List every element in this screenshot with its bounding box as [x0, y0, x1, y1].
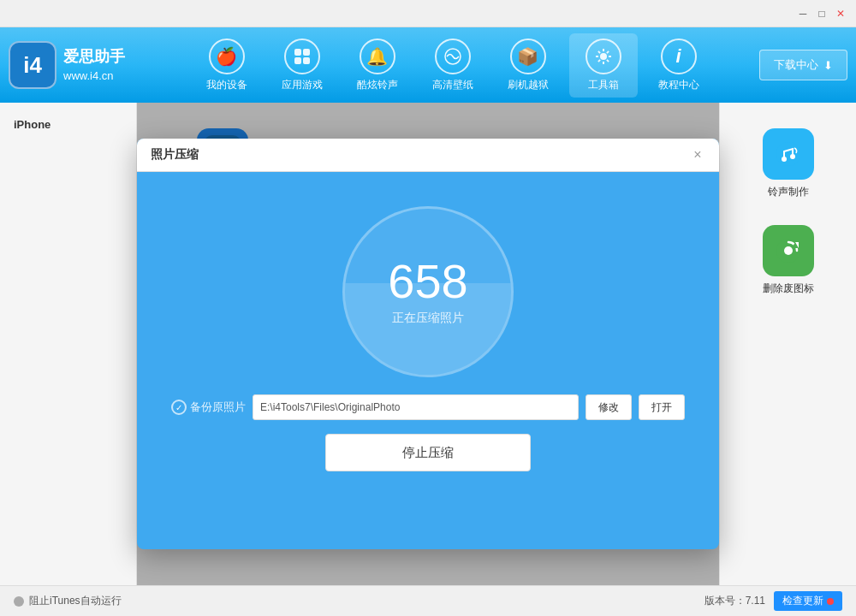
path-input[interactable] [253, 394, 579, 420]
version-label: 版本号：7.11 [704, 594, 765, 608]
title-bar: ─ □ ✕ [0, 0, 856, 27]
nav-wallpaper[interactable]: 高清壁纸 [419, 33, 487, 98]
compress-status: 正在压缩照片 [392, 311, 464, 326]
modal-header: 照片压缩 × [137, 139, 719, 172]
logo-area: i4 爱思助手 www.i4.cn [9, 41, 146, 89]
tutorial-icon: i [661, 38, 697, 74]
tool-delete-junk[interactable]: 删除废图标 [763, 225, 814, 296]
path-label: ✓ 备份原照片 [171, 400, 246, 415]
svg-rect-3 [303, 57, 310, 64]
tool-ringtone[interactable]: 铃声制作 [763, 128, 814, 199]
content-area: iPhone i4 安装爱思移动端 视频转换 >_ 打开 SSH 通道 [0, 103, 856, 585]
photo-compress-modal: 照片压缩 × 658 正在压缩照片 ✓ 备份原照片 [137, 139, 719, 549]
nav-tutorial[interactable]: i 教程中心 [645, 33, 713, 98]
navbar: i4 爱思助手 www.i4.cn 🍎 我的设备 应用游戏 🔔 酷炫铃声 高清壁… [0, 27, 856, 103]
toolbox-icon [586, 38, 621, 74]
status-dot [14, 596, 24, 607]
svg-point-12 [784, 246, 793, 255]
path-row: ✓ 备份原照片 修改 打开 [171, 394, 685, 420]
delete-junk-icon [763, 225, 814, 276]
nav-my-device[interactable]: 🍎 我的设备 [193, 33, 261, 98]
check-update-button[interactable]: 检查更新 [774, 591, 842, 611]
itunes-label: 阻止iTunes自动运行 [29, 594, 122, 608]
minimize-button[interactable]: ─ [794, 5, 811, 22]
progress-circle: 658 正在压缩照片 [342, 206, 514, 377]
svg-point-9 [782, 157, 787, 162]
nav-items: 🍎 我的设备 应用游戏 🔔 酷炫铃声 高清壁纸 📦 刷机越狱 [146, 33, 759, 98]
status-right: 版本号：7.11 检查更新 [704, 591, 842, 611]
svg-point-10 [790, 154, 795, 159]
download-icon: ⬇ [823, 59, 833, 72]
ringtone-icon: 🔔 [360, 38, 395, 74]
sidebar: iPhone [0, 103, 137, 585]
svg-rect-1 [303, 49, 310, 56]
svg-point-8 [776, 142, 800, 166]
device-label: iPhone [0, 111, 136, 138]
logo-icon: i4 [9, 41, 56, 89]
modal-overlay: 照片压缩 × 658 正在压缩照片 ✓ 备份原照片 [137, 103, 719, 585]
update-dot [827, 598, 834, 605]
right-panel: 铃声制作 删除废图标 [719, 103, 856, 585]
download-center-button[interactable]: 下载中心 ⬇ [759, 50, 847, 80]
svg-point-5 [600, 53, 607, 60]
nav-ringtone[interactable]: 🔔 酷炫铃声 [343, 33, 412, 98]
nav-jailbreak[interactable]: 📦 刷机越狱 [494, 33, 562, 98]
svg-rect-0 [294, 49, 301, 56]
nav-toolbox[interactable]: 工具箱 [569, 33, 638, 98]
circle-bg: 658 正在压缩照片 [342, 206, 514, 377]
nav-apps-games[interactable]: 应用游戏 [268, 33, 336, 98]
logo-text: 爱思助手 www.i4.cn [63, 46, 125, 83]
modify-button[interactable]: 修改 [586, 394, 632, 420]
jailbreak-icon: 📦 [510, 38, 546, 74]
stop-compress-button[interactable]: 停止压缩 [325, 434, 531, 471]
status-left: 阻止iTunes自动运行 [14, 594, 122, 608]
svg-rect-2 [294, 57, 301, 64]
apps-games-icon [284, 38, 320, 74]
modal-title: 照片压缩 [151, 147, 199, 163]
ringtone-make-icon [763, 128, 814, 180]
open-button[interactable]: 打开 [639, 394, 685, 420]
my-device-icon: 🍎 [209, 38, 245, 74]
wallpaper-icon [435, 38, 471, 74]
maximize-button[interactable]: □ [813, 5, 830, 22]
modal-footer: ✓ 备份原照片 修改 打开 停止压缩 [137, 394, 719, 471]
compress-count: 658 [388, 258, 467, 305]
main-area: i4 安装爱思移动端 视频转换 >_ 打开 SSH 通道 照片压缩 [137, 103, 719, 585]
close-button[interactable]: ✕ [832, 5, 849, 22]
modal-close-button[interactable]: × [690, 147, 705, 163]
check-icon: ✓ [171, 400, 187, 415]
status-bar: 阻止iTunes自动运行 版本号：7.11 检查更新 [0, 585, 856, 616]
